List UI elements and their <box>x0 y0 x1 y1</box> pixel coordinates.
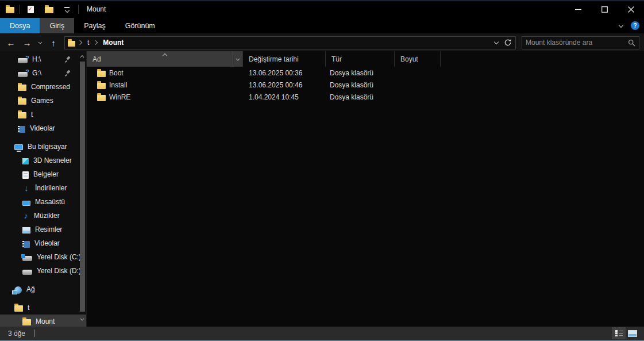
close-icon <box>628 6 634 13</box>
details-view-icon <box>615 329 623 337</box>
computer-icon <box>14 144 23 150</box>
column-header-size[interactable]: Boyut <box>395 51 441 67</box>
sidebar-item-3d-objects[interactable]: 3D Nesneler <box>0 154 86 167</box>
properties-button[interactable] <box>24 3 37 16</box>
breadcrumb-segment-mount[interactable]: Mount <box>101 39 125 47</box>
refresh-icon[interactable] <box>504 39 512 47</box>
navigation-bar: ← → ↑ t Mount <box>0 34 644 51</box>
sidebar-item-desktop[interactable]: Masaüstü <box>0 195 86 209</box>
sidebar-item-local-disk-c[interactable]: Yerel Disk (C:) <box>0 250 86 264</box>
explorer-window: Mount Dosya Giriş Paylaş Görünüm ? ← → ↑ <box>0 0 644 341</box>
sidebar-item-t-quick[interactable]: t <box>0 108 86 121</box>
sidebar-item-downloads[interactable]: İndirilenler <box>0 181 86 195</box>
file-list-pane: Ad Değiştirme tarihi Tür Boyut Boot 13.0… <box>86 51 644 327</box>
tab-giris[interactable]: Giriş <box>40 18 74 33</box>
sidebar-scrollbar[interactable] <box>78 52 86 327</box>
network-icon <box>14 286 22 294</box>
chevron-right-icon[interactable] <box>78 40 83 45</box>
scroll-down-icon[interactable] <box>80 317 84 321</box>
sidebar-item-compressed[interactable]: Compressed <box>0 80 86 94</box>
app-folder-icon <box>6 7 14 13</box>
drive-windows-icon <box>22 256 32 261</box>
chevron-right-icon[interactable] <box>93 40 99 45</box>
close-button[interactable] <box>618 1 644 18</box>
sidebar-item-label: Bu bilgisayar <box>28 143 67 151</box>
forward-button[interactable]: → <box>20 36 34 49</box>
file-modified: 13.06.2025 00:36 <box>243 69 326 77</box>
file-type: Dosya klasörü <box>326 93 395 101</box>
sidebar-item-documents[interactable]: Belgeler <box>0 167 86 181</box>
new-folder-button[interactable] <box>43 3 55 16</box>
sidebar-item-this-pc[interactable]: Bu bilgisayar <box>0 140 86 154</box>
3d-objects-icon <box>22 158 29 164</box>
tab-gorunum[interactable]: Görünüm <box>115 18 165 33</box>
file-row-boot[interactable]: Boot 13.06.2025 00:36 Dosya klasörü <box>87 67 644 79</box>
up-button[interactable]: ↑ <box>46 36 61 49</box>
sidebar-item-mount[interactable]: Mount <box>0 315 86 327</box>
column-filter-button[interactable] <box>233 51 242 67</box>
minimize-button[interactable] <box>565 1 591 18</box>
sidebar-item-videos[interactable]: Videolar <box>0 236 86 250</box>
file-type: Dosya klasörü <box>326 69 395 77</box>
recent-locations-button[interactable] <box>36 36 45 49</box>
sidebar-item-games[interactable]: Games <box>0 94 86 108</box>
file-rows: Boot 13.06.2025 00:36 Dosya klasörü Inst… <box>87 67 644 327</box>
column-header-modified[interactable]: Değiştirme tarihi <box>243 51 326 67</box>
quick-access-toolbar <box>24 3 74 16</box>
item-count: 3 öğe <box>8 329 25 338</box>
sidebar-item-network[interactable]: Ağ <box>0 282 86 296</box>
window-title: Mount <box>87 5 106 13</box>
sidebar-item-h-drive[interactable]: H:\ <box>0 52 86 66</box>
sidebar-item-label: Games <box>31 97 53 105</box>
address-dropdown-button[interactable] <box>493 40 499 45</box>
sidebar-item-music[interactable]: Müzikler <box>0 209 86 223</box>
tab-dosya[interactable]: Dosya <box>0 18 40 33</box>
sidebar-item-label: G:\ <box>32 69 41 77</box>
maximize-button[interactable] <box>591 1 618 18</box>
details-view-button[interactable] <box>612 327 626 339</box>
ribbon-collapse-button[interactable] <box>618 23 624 29</box>
help-icon[interactable]: ? <box>631 21 639 30</box>
thumbnail-view-button[interactable] <box>626 327 639 339</box>
sidebar-item-label: Ağ <box>26 285 35 293</box>
videos-icon <box>18 126 25 133</box>
sidebar-item-label: Belgeler <box>33 170 59 178</box>
breadcrumb: t Mount <box>68 39 125 47</box>
search-input[interactable] <box>526 39 628 47</box>
back-button[interactable]: ← <box>3 36 18 49</box>
sidebar-item-g-drive[interactable]: G:\ <box>0 66 86 80</box>
sidebar-group-gap <box>0 296 86 301</box>
folder-icon <box>97 71 106 77</box>
pin-icon <box>64 70 71 76</box>
tab-paylas[interactable]: Paylaş <box>74 18 115 33</box>
search-icon[interactable] <box>628 39 635 47</box>
column-header-type[interactable]: Tür <box>326 51 395 67</box>
folder-icon <box>22 319 31 325</box>
folder-icon <box>14 305 23 312</box>
thumbnail-view-icon <box>628 330 637 337</box>
file-name: Boot <box>109 69 124 77</box>
address-bar[interactable]: t Mount <box>64 36 516 49</box>
column-label: Tür <box>331 55 342 63</box>
folder-icon <box>97 95 106 101</box>
column-header-name[interactable]: Ad <box>87 51 243 67</box>
folder-icon <box>45 7 53 13</box>
view-buttons <box>612 327 639 339</box>
breadcrumb-segment-t[interactable]: t <box>86 39 91 47</box>
folder-icon <box>97 83 106 89</box>
pin-icon <box>64 56 71 63</box>
customize-quick-access-button[interactable] <box>61 3 74 16</box>
chevron-down-icon <box>38 40 43 45</box>
desktop-icon <box>22 201 30 206</box>
scrollbar-thumb[interactable] <box>80 62 85 312</box>
sidebar-item-videolar-quick[interactable]: Videolar <box>0 121 86 135</box>
drive-question-icon <box>18 58 28 63</box>
scroll-up-icon[interactable] <box>80 54 84 59</box>
file-row-install[interactable]: Install 13.06.2025 00:46 Dosya klasörü <box>87 79 644 91</box>
sidebar-item-t-root[interactable]: t <box>0 301 86 315</box>
drive-icon <box>22 270 32 275</box>
sidebar-item-local-disk-d[interactable]: Yerel Disk (D:) <box>0 264 86 278</box>
sidebar-item-pictures[interactable]: Resimler <box>0 223 86 236</box>
sidebar-item-label: H:\ <box>32 55 41 63</box>
file-row-winre[interactable]: WinRE 1.04.2024 10:45 Dosya klasörü <box>87 91 644 103</box>
